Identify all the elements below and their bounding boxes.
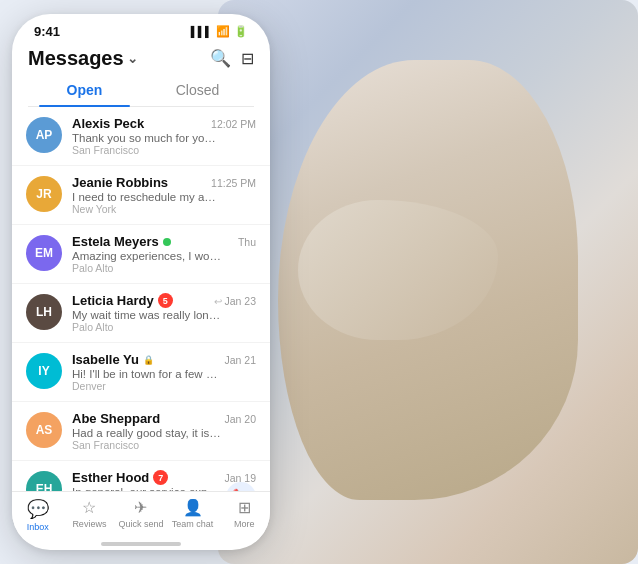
nav-reviews[interactable]: ☆ Reviews — [64, 498, 116, 532]
header-title-group[interactable]: Messages ⌄ — [28, 47, 138, 70]
nav-reviews-label: Reviews — [72, 519, 106, 529]
unread-badge: 5 — [158, 293, 173, 308]
messages-title: Messages — [28, 47, 124, 70]
message-location: Denver — [72, 380, 256, 392]
status-bar: 9:41 ▌▌▌ 📶 🔋 — [12, 14, 270, 43]
message-content: Estela Meyers Thu Amazing experiences, I… — [72, 234, 256, 274]
sender-name: Leticia Hardy 5 — [72, 293, 173, 308]
tab-open[interactable]: Open — [28, 76, 141, 106]
app-header: Messages ⌄ 🔍 ⊟ — [12, 43, 270, 76]
phone-frame: 9:41 ▌▌▌ 📶 🔋 Messages ⌄ 🔍 ⊟ — [12, 14, 270, 550]
message-list: AP Alexis Peck 12:02 PM Thank you so muc… — [12, 107, 270, 491]
nav-team-chat-label: Team chat — [172, 519, 214, 529]
message-item[interactable]: AS Abe Sheppard Jan 20 Had a really good… — [12, 402, 270, 461]
message-preview: Had a really good stay, it is so close t… — [72, 427, 222, 439]
message-time: 12:02 PM — [211, 118, 256, 130]
message-content: Leticia Hardy 5 ↩ Jan 23 My wait time wa… — [72, 293, 256, 333]
status-icons: ▌▌▌ 📶 🔋 — [191, 25, 248, 38]
message-item[interactable]: JR Jeanie Robbins 11:25 PM I need to res… — [12, 166, 270, 225]
message-content: Abe Sheppard Jan 20 Had a really good st… — [72, 411, 256, 451]
home-indicator — [101, 542, 181, 546]
battery-icon: 🔋 — [234, 25, 248, 38]
status-time: 9:41 — [34, 24, 60, 39]
more-icon: ⊞ — [238, 498, 251, 517]
avatar: AP — [26, 117, 62, 153]
message-item[interactable]: LH Leticia Hardy 5 ↩ Jan 23 — [12, 284, 270, 343]
message-content: Alexis Peck 12:02 PM Thank you so much f… — [72, 116, 256, 156]
nav-quick-send-label: Quick send — [118, 519, 163, 529]
avatar: LH — [26, 294, 62, 330]
sender-name: Esther Hood 7 — [72, 470, 168, 485]
background-photo — [218, 0, 638, 564]
message-item[interactable]: EH Esther Hood 7 Jan 19 In general, our … — [12, 461, 270, 491]
message-time: Jan 20 — [224, 413, 256, 425]
message-time: Jan 21 — [224, 354, 256, 366]
quick-send-icon: ✈ — [134, 498, 147, 517]
message-preview: I need to reschedule my appointment from… — [72, 191, 222, 203]
message-location: Palo Alto — [72, 262, 256, 274]
avatar: IY — [26, 353, 62, 389]
message-content: Jeanie Robbins 11:25 PM I need to resche… — [72, 175, 256, 215]
sender-name: Jeanie Robbins — [72, 175, 168, 190]
message-item[interactable]: AP Alexis Peck 12:02 PM Thank you so muc… — [12, 107, 270, 166]
sender-name: Isabelle Yu 🔒 — [72, 352, 154, 367]
message-item[interactable]: IY Isabelle Yu 🔒 Jan 21 Hi! I'll be in t… — [12, 343, 270, 402]
message-location: Palo Alto — [72, 321, 256, 333]
message-time: ↩ Jan 23 — [214, 295, 256, 307]
nav-team-chat[interactable]: 👤 Team chat — [167, 498, 219, 532]
sender-name: Abe Sheppard — [72, 411, 160, 426]
message-preview: Hi! I'll be in town for a few days and a… — [72, 368, 222, 380]
message-location: New York — [72, 203, 256, 215]
unread-badge: 7 — [153, 470, 168, 485]
message-preview: In general, our service experience w — [72, 486, 222, 491]
tabs-container: Open Closed — [28, 76, 254, 107]
nav-quick-send[interactable]: ✈ Quick send — [115, 498, 167, 532]
reviews-icon: ☆ — [82, 498, 96, 517]
message-item[interactable]: EM Estela Meyers Thu Amazing experiences… — [12, 225, 270, 284]
message-location: San Francisco — [72, 144, 256, 156]
header-actions: 🔍 ⊟ — [210, 48, 254, 69]
chevron-down-icon[interactable]: ⌄ — [127, 51, 138, 66]
message-preview: Amazing experiences, I would highly reco… — [72, 250, 222, 262]
scene: 9:41 ▌▌▌ 📶 🔋 Messages ⌄ 🔍 ⊟ — [0, 0, 638, 564]
avatar: EM — [26, 235, 62, 271]
tab-closed[interactable]: Closed — [141, 76, 254, 106]
inbox-icon: 💬 — [27, 498, 49, 520]
sender-name: Estela Meyers — [72, 234, 171, 249]
bottom-nav: 💬 Inbox ☆ Reviews ✈ Quick send 👤 Team ch… — [12, 491, 270, 542]
avatar: JR — [26, 176, 62, 212]
search-icon[interactable]: 🔍 — [210, 48, 231, 69]
nav-inbox[interactable]: 💬 Inbox — [12, 498, 64, 532]
nav-more-label: More — [234, 519, 255, 529]
sender-name: Alexis Peck — [72, 116, 144, 131]
lock-icon: 🔒 — [143, 355, 154, 365]
message-time: 11:25 PM — [211, 177, 256, 189]
online-badge — [163, 238, 171, 246]
nav-inbox-label: Inbox — [27, 522, 49, 532]
avatar: EH — [26, 471, 62, 491]
wifi-icon: 📶 — [216, 25, 230, 38]
signal-icon: ▌▌▌ — [191, 26, 212, 37]
avatar: AS — [26, 412, 62, 448]
team-chat-icon: 👤 — [183, 498, 203, 517]
nav-more[interactable]: ⊞ More — [218, 498, 270, 532]
message-preview: Thank you so much for your quick respons… — [72, 132, 222, 144]
message-preview: My wait time was really long and I was u… — [72, 309, 222, 321]
filter-icon[interactable]: ⊟ — [241, 49, 254, 68]
message-content: Isabelle Yu 🔒 Jan 21 Hi! I'll be in town… — [72, 352, 256, 392]
message-location: San Francisco — [72, 439, 256, 451]
message-time: Thu — [238, 236, 256, 248]
